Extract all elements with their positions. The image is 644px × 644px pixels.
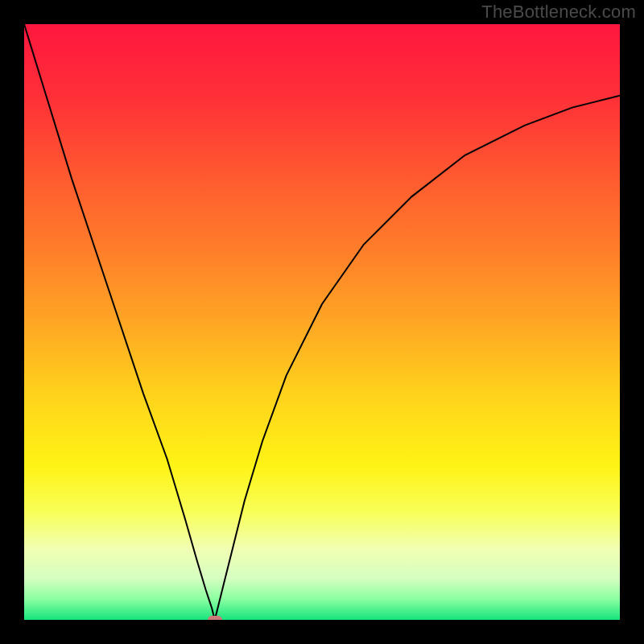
optimum-marker xyxy=(208,616,222,620)
bottleneck-curve xyxy=(24,24,620,620)
curve-layer xyxy=(24,24,620,620)
watermark-text: TheBottleneck.com xyxy=(481,2,636,23)
chart-frame: TheBottleneck.com xyxy=(0,0,644,644)
plot-area xyxy=(24,24,620,620)
